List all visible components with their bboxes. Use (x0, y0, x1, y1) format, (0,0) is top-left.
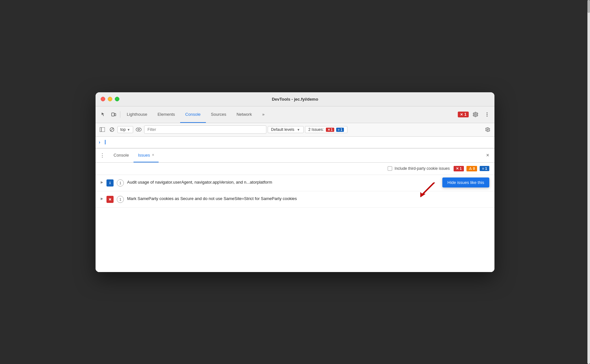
console-toolbar: top ▼ Default levels ▼ 2 Issues: ✕ 1 ≡ 1 (96, 123, 494, 137)
tab-more[interactable]: » (257, 106, 270, 123)
chevron-down-icon: ▼ (297, 128, 300, 132)
minimize-button[interactable] (108, 97, 112, 101)
tabbar-right: ✕ 1 (458, 110, 492, 119)
tab-network[interactable]: Network (231, 106, 257, 123)
svg-rect-0 (112, 113, 114, 116)
drawer-tab-console[interactable]: Console (109, 148, 134, 162)
svg-rect-6 (100, 127, 105, 132)
devtools-window: DevTools - jec.fyi/demo Lighthouse Eleme… (96, 92, 494, 272)
main-tabbar: Lighthouse Elements Console Sources Netw… (96, 106, 494, 123)
issues-header: Include third-party cookie issues ✕ 1 ⚠ … (96, 163, 494, 175)
third-party-checkbox-label[interactable]: Include third-party cookie issues (388, 166, 450, 171)
issue-expand-icon-1[interactable]: ▶ (101, 180, 103, 184)
filter-input[interactable] (144, 125, 266, 134)
issues-error-badge: ✕ 1 (326, 128, 334, 132)
tab-elements[interactable]: Elements (152, 106, 180, 123)
issue-info-icon-1 (106, 179, 114, 187)
drawer-tab-close[interactable]: × (152, 153, 154, 157)
tab-console[interactable]: Console (180, 106, 206, 123)
svg-point-2 (487, 113, 488, 114)
eye-icon[interactable] (134, 125, 143, 134)
svg-point-4 (487, 116, 488, 117)
drawer-tabbar: ⋮ Console Issues × × (96, 149, 494, 163)
traffic-lights (101, 97, 119, 101)
window-title: DevTools - jec.fyi/demo (272, 97, 318, 102)
device-icon[interactable] (108, 109, 119, 120)
console-settings-icon[interactable] (484, 125, 492, 134)
issue-count-1: 1 (117, 179, 124, 187)
block-icon[interactable] (108, 125, 116, 134)
cursor (103, 140, 106, 144)
issues-count-button[interactable]: 2 Issues: ✕ 1 ≡ 1 (305, 126, 348, 133)
issues-content: Include third-party cookie issues ✕ 1 ⚠ … (96, 163, 494, 272)
titlebar: DevTools - jec.fyi/demo (96, 92, 494, 106)
x-icon: ✕ (327, 128, 330, 132)
svg-point-9 (138, 129, 139, 131)
issues-info-badge: ≡ 1 (336, 128, 344, 132)
drawer-tab-issues[interactable]: Issues × (134, 148, 159, 162)
tab-separator (120, 111, 120, 118)
drawer: ⋮ Console Issues × × Include third-party… (96, 148, 494, 272)
red-arrow-cursor (417, 179, 437, 200)
svg-line-8 (110, 128, 114, 131)
svg-marker-12 (420, 183, 435, 197)
svg-rect-11 (110, 181, 110, 182)
tab-lighthouse[interactable]: Lighthouse (122, 106, 152, 123)
chevron-down-icon: ▼ (127, 128, 130, 132)
header-error-badge: ✕ 1 (454, 166, 464, 171)
header-info-badge: ≡ 1 (480, 166, 489, 171)
context-selector[interactable]: top ▼ (117, 126, 133, 133)
log-level-selector[interactable]: Default levels ▼ (268, 126, 304, 133)
close-button[interactable] (101, 97, 105, 101)
tab-sources[interactable]: Sources (206, 106, 232, 123)
error-count-badge[interactable]: ✕ 1 (458, 112, 469, 117)
drawer-close-button[interactable]: × (484, 151, 492, 159)
settings-button[interactable] (471, 110, 480, 119)
hide-issues-tooltip[interactable]: Hide issues like this (442, 177, 489, 187)
error-x-icon: ✕ (460, 113, 463, 117)
third-party-checkbox[interactable] (388, 166, 392, 171)
issue-expand-icon-2[interactable]: ▶ (101, 197, 103, 200)
chevron-right-icon: › (99, 140, 100, 145)
svg-rect-10 (110, 182, 110, 184)
svg-point-3 (487, 114, 488, 115)
svg-rect-1 (115, 114, 116, 116)
sidebar-toggle-icon[interactable] (98, 125, 106, 134)
drawer-menu-icon[interactable]: ⋮ (98, 151, 106, 159)
issue-count-2: 1 (117, 196, 124, 203)
console-prompt: › (96, 137, 494, 148)
inspect-icon[interactable] (98, 109, 108, 120)
chat-icon: ≡ (338, 128, 340, 132)
issue-error-icon-2 (106, 196, 114, 203)
more-options-button[interactable] (482, 110, 492, 119)
header-warning-badge: ⚠ 0 (466, 166, 477, 171)
maximize-button[interactable] (115, 97, 119, 101)
issues-badges: ✕ 1 ⚠ 0 ≡ 1 (454, 166, 489, 171)
issue-row-1[interactable]: ▶ 1 Audit usage of navigator.userAgent, … (96, 175, 494, 191)
